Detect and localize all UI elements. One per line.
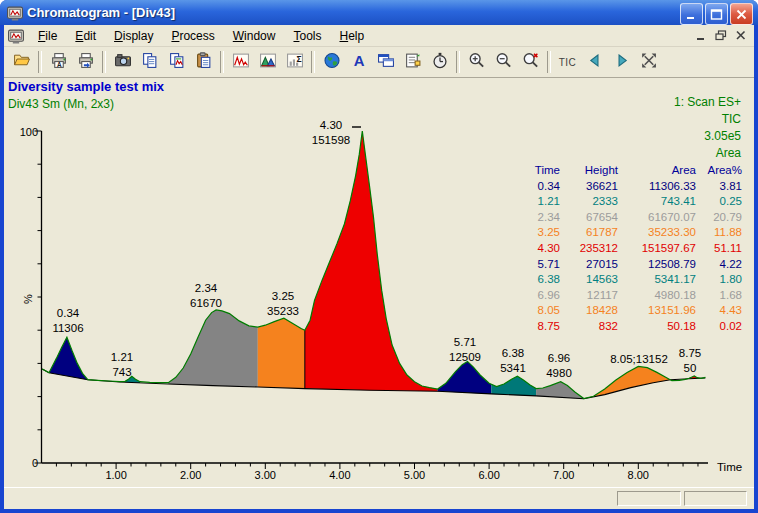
zoom-reset-button[interactable] (517, 49, 544, 75)
status-panel-2 (684, 491, 747, 506)
child-close-button[interactable] (732, 27, 750, 43)
globe-icon (323, 52, 341, 73)
peak-cell: 0.25 (696, 194, 742, 210)
font-a-icon: A (350, 52, 368, 73)
sample-list-button[interactable] (399, 49, 426, 75)
peak-cell: 36621 (560, 179, 618, 195)
child-restore-button[interactable] (712, 27, 730, 43)
menu-process[interactable]: Process (162, 27, 223, 45)
peak-cell: 6.96 (512, 288, 560, 304)
status-panel-1 (617, 491, 681, 506)
arrow-right-icon (613, 52, 631, 73)
peak-label: 61670 (190, 297, 222, 309)
copy-display-icon (168, 52, 186, 73)
printer-a-icon: A (50, 52, 68, 73)
arrange-windows-button[interactable] (372, 49, 399, 75)
child-minimize-button[interactable] (692, 27, 710, 43)
peak-row: 8.7583250.180.02 (512, 319, 742, 335)
menu-help[interactable]: Help (330, 27, 373, 45)
peak-fill-orange (258, 318, 305, 388)
zoom-reset-icon (522, 52, 540, 73)
peak-cell: 5.71 (512, 257, 560, 273)
x-axis-tick-label: 5.00 (404, 469, 425, 481)
toolbar: AΣATIC (4, 47, 754, 78)
display-trace-button[interactable] (227, 49, 254, 75)
autoscale-button[interactable] (635, 49, 662, 75)
zoom-in-button[interactable] (463, 49, 490, 75)
trace-icon (232, 52, 250, 73)
peak-cell: 61670.07 (618, 210, 696, 226)
tic-button[interactable]: TIC (554, 49, 581, 75)
x-axis-tick-label: 7.00 (553, 469, 574, 481)
realtime-update-button[interactable] (426, 49, 453, 75)
peak-cell: 2.34 (512, 210, 560, 226)
peak-label: 11306 (52, 322, 83, 334)
camera-icon (114, 52, 132, 73)
peak-display-button[interactable] (254, 49, 281, 75)
peak-cell: 235312 (560, 241, 618, 257)
next-function-button[interactable] (608, 49, 635, 75)
peak-label: 6.38 (502, 347, 524, 359)
zoom-out-button[interactable] (490, 49, 517, 75)
paste-button[interactable] (190, 49, 217, 75)
web-button[interactable] (318, 49, 345, 75)
toolbar-separator (547, 51, 551, 73)
menu-tools[interactable]: Tools (284, 27, 330, 45)
folder-open-icon (13, 52, 31, 73)
status-bar (4, 487, 754, 509)
menu-file[interactable]: File (29, 27, 66, 45)
x-axis-title: Time (717, 461, 742, 473)
toolbar-separator (220, 51, 224, 73)
zoom-out-icon (495, 52, 513, 73)
x-axis-tick-label: 6.00 (478, 469, 499, 481)
y-axis-tick-label: 100 (20, 126, 38, 138)
peak-cell: 0.34 (512, 179, 560, 195)
print-setup-button[interactable] (72, 49, 99, 75)
column-header-area: Area (618, 163, 696, 179)
peak-label: 8.05;13152 (610, 353, 668, 365)
toolbar-separator (456, 51, 460, 73)
toolbar-separator (311, 51, 315, 73)
print-button[interactable]: A (45, 49, 72, 75)
peak-cell: 27015 (560, 257, 618, 273)
title-bar[interactable]: Chromatogram - [Div43] (0, 0, 758, 25)
open-button[interactable] (8, 49, 35, 75)
chromatogram-view[interactable]: Diversity sample test mix Div43 Sm (Mn, … (4, 78, 754, 488)
peak-table-header: TimeHeightAreaArea% (512, 163, 742, 179)
peak-cell: 832 (560, 319, 618, 335)
copy-button[interactable] (136, 49, 163, 75)
windows-icon (377, 52, 395, 73)
peak-cell: 11306.33 (618, 179, 696, 195)
peak-cell: 18428 (560, 303, 618, 319)
copy-picture-button[interactable] (109, 49, 136, 75)
peak-label: 5341 (500, 362, 526, 374)
peak-cell: 743.41 (618, 194, 696, 210)
integrate-button[interactable]: Σ (281, 49, 308, 75)
peak-cell: 4.30 (512, 241, 560, 257)
paste-icon (195, 52, 213, 73)
peak-row: 5.712701512508.794.22 (512, 257, 742, 273)
tic-label: TIC (559, 57, 577, 68)
previous-function-button[interactable] (581, 49, 608, 75)
peak-label: 1.21 (111, 351, 133, 363)
menu-edit[interactable]: Edit (66, 27, 105, 45)
maximize-button[interactable] (705, 3, 728, 25)
peak-cell: 1.21 (512, 194, 560, 210)
peak-label: 12509 (449, 351, 481, 363)
copy-display-button[interactable] (163, 49, 190, 75)
annotate-button[interactable]: A (345, 49, 372, 75)
menu-window[interactable]: Window (224, 27, 285, 45)
peak-cell: 1.80 (696, 272, 742, 288)
menu-display[interactable]: Display (105, 27, 162, 45)
peak-row: 1.212333743.410.25 (512, 194, 742, 210)
peak-cell: 3.81 (696, 179, 742, 195)
peak-row: 4.30235312151597.6751.11 (512, 241, 742, 257)
svg-text:A: A (56, 60, 61, 67)
peak-cell: 6.38 (512, 272, 560, 288)
peak-cell: 51.11 (696, 241, 742, 257)
column-header-height: Height (560, 163, 618, 179)
close-button[interactable] (730, 3, 753, 25)
child-window-icon[interactable] (7, 28, 23, 44)
peak-cell: 35233.30 (618, 225, 696, 241)
minimize-button[interactable] (680, 3, 703, 25)
